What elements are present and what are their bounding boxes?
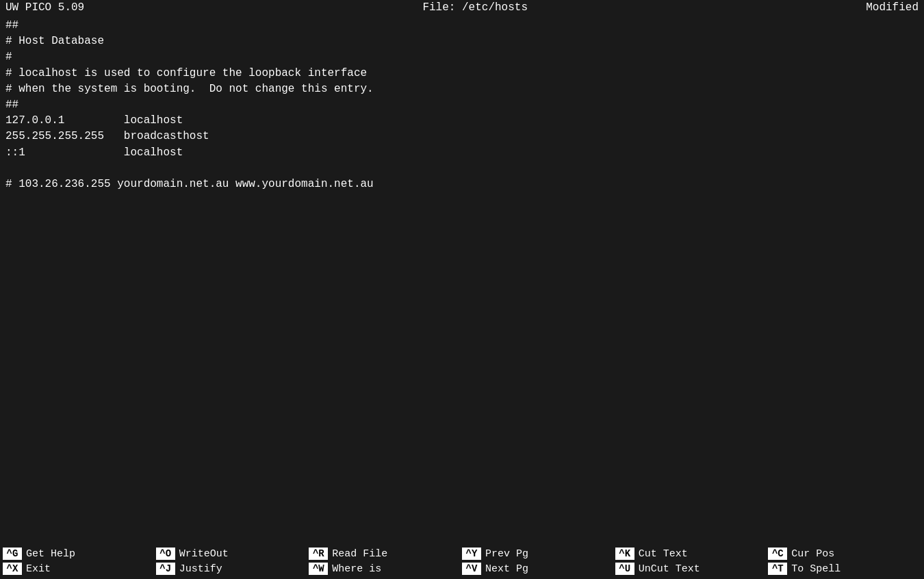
cmd-key: ^G [3, 548, 22, 560]
cmd-label: Justify [179, 563, 222, 575]
cmd-key: ^X [3, 563, 22, 575]
footer-cmd[interactable]: ^OWriteOut [156, 548, 307, 560]
cmd-label: Next Pg [485, 563, 528, 575]
cmd-key: ^V [462, 563, 481, 575]
footer-cmd[interactable]: ^TTo Spell [768, 563, 919, 575]
app-name: UW PICO 5.09 [5, 1, 84, 14]
footer-cmd[interactable]: ^YPrev Pg [462, 548, 613, 560]
cmd-key: ^W [309, 563, 328, 575]
cmd-label: Exit [26, 563, 51, 575]
footer-cmd[interactable]: ^WWhere is [309, 563, 459, 575]
footer-cmd[interactable]: ^UUnCut Text [615, 563, 766, 575]
cmd-label: Prev Pg [485, 548, 528, 560]
cmd-label: Cut Text [639, 548, 688, 560]
cmd-key: ^R [309, 548, 328, 560]
cmd-label: Get Help [26, 548, 75, 560]
status-badge: Modified [866, 1, 919, 14]
title-bar: UW PICO 5.09 File: /etc/hosts Modified [0, 0, 924, 15]
cmd-label: UnCut Text [639, 563, 700, 575]
footer-cmd[interactable]: ^XExit [3, 563, 153, 575]
cmd-label: To Spell [791, 563, 840, 575]
footer-cmd[interactable]: ^GGet Help [3, 548, 153, 560]
file-name: File: /etc/hosts [422, 1, 528, 14]
footer-row-2: ^XExit^JJustify^WWhere is^VNext Pg^UUnCu… [0, 561, 924, 576]
cmd-key: ^Y [462, 548, 481, 560]
cmd-key: ^K [615, 548, 634, 560]
cmd-key: ^C [768, 548, 787, 560]
cmd-label: WriteOut [179, 548, 229, 560]
footer-cmd[interactable]: ^VNext Pg [462, 563, 613, 575]
editor-content[interactable]: ## # Host Database # # localhost is used… [0, 15, 924, 543]
footer: ^GGet Help^OWriteOut^RRead File^YPrev Pg… [0, 543, 924, 579]
footer-cmd[interactable]: ^JJustify [156, 563, 307, 575]
footer-cmd[interactable]: ^KCut Text [615, 548, 766, 560]
cmd-key: ^O [156, 548, 175, 560]
cmd-label: Cur Pos [791, 548, 834, 560]
footer-cmd[interactable]: ^CCur Pos [768, 548, 919, 560]
cmd-label: Where is [332, 563, 381, 575]
footer-cmd[interactable]: ^RRead File [309, 548, 459, 560]
cmd-key: ^J [156, 563, 175, 575]
footer-row-1: ^GGet Help^OWriteOut^RRead File^YPrev Pg… [0, 546, 924, 561]
cmd-key: ^T [768, 563, 787, 575]
cmd-label: Read File [332, 548, 387, 560]
cmd-key: ^U [615, 563, 634, 575]
